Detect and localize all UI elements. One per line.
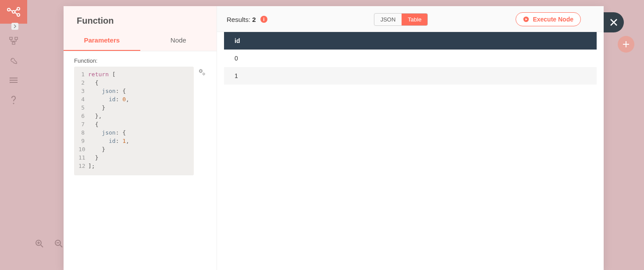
line-number: 12 [78,162,88,170]
code-line: 7 { [78,120,189,128]
line-number: 8 [78,128,88,137]
chevron-right-icon [13,25,17,28]
code-line: 3 json: { [78,87,189,95]
results-table: id 01 [224,32,597,85]
credentials-icon[interactable] [10,57,18,65]
function-field-label: Function: [74,57,206,64]
node-title: Function [64,6,217,31]
tab-parameters[interactable]: Parameters [64,31,140,51]
code-line: 6 }, [78,112,189,120]
code-content: json: { [88,128,126,137]
code-content: } [88,145,105,153]
svg-point-14 [199,70,202,72]
code-line: 2 { [78,78,189,87]
svg-point-10 [10,82,11,83]
line-number: 9 [78,137,88,145]
line-number: 2 [78,78,88,87]
line-number: 4 [78,95,88,103]
help-icon[interactable] [11,96,17,104]
right-panel: Results: 2 i JSON Table Execute Node id … [217,6,604,270]
results-label-text: Results: [227,16,252,23]
code-content: json: { [88,87,126,95]
code-line: 12]; [78,162,189,170]
code-content: ]; [88,162,95,170]
table-header-id: id [224,32,597,50]
code-line: 1return [ [78,70,189,78]
gears-icon [198,68,206,76]
svg-rect-4 [10,37,12,39]
view-toggle-json[interactable]: JSON [374,14,402,25]
execute-node-label: Execute Node [533,16,573,23]
line-number: 6 [78,112,88,120]
zoom-out-icon[interactable] [54,239,63,248]
n8n-logo-icon [7,7,20,17]
svg-point-11 [13,103,14,104]
svg-point-2 [17,7,20,10]
app-logo [0,0,27,24]
code-line: 5 } [78,103,189,112]
svg-rect-5 [15,37,18,39]
svg-rect-6 [12,42,15,44]
line-number: 1 [78,70,88,78]
field-options-button[interactable] [198,67,206,78]
view-toggle: JSON Table [374,13,428,26]
svg-point-8 [10,78,11,79]
svg-point-7 [11,59,12,60]
code-content: } [88,103,105,112]
code-line: 11 } [78,153,189,162]
line-number: 3 [78,87,88,95]
app-sidebar [0,0,27,270]
executions-icon[interactable] [10,77,18,83]
plus-icon [623,41,630,48]
left-panel: Function Parameters Node Function: 1retu… [64,6,217,270]
svg-point-15 [203,73,205,75]
table-row: 1 [224,67,597,85]
left-tabs: Parameters Node [64,31,217,51]
function-code-editor[interactable]: 1return [2 {3 json: {4 id: 0,5 }6 },7 {8… [74,67,194,175]
code-line: 9 id: 1, [78,137,189,145]
code-line: 10 } [78,145,189,153]
left-body: Function: 1return [2 {3 json: {4 id: 0,5… [64,51,217,270]
code-line: 8 json: { [78,128,189,137]
sidebar-expand-button[interactable] [11,23,18,30]
table-row: 0 [224,50,597,67]
node-detail-modal: Function Parameters Node Function: 1retu… [64,6,604,270]
workflows-icon[interactable] [9,37,18,45]
execute-node-button[interactable]: Execute Node [516,12,581,26]
results-topbar: Results: 2 i JSON Table Execute Node [217,6,604,32]
line-number: 11 [78,153,88,162]
line-number: 10 [78,145,88,153]
close-icon [610,18,618,26]
code-content: id: 0, [88,95,129,103]
code-line: 4 id: 0, [78,95,189,103]
code-content: { [88,120,98,128]
results-count: 2 [252,16,256,23]
code-content: } [88,153,98,162]
view-toggle-table[interactable]: Table [402,14,427,25]
line-number: 5 [78,103,88,112]
code-content: return [ [88,70,116,78]
tab-node[interactable]: Node [140,31,217,51]
close-button[interactable] [604,12,624,32]
line-number: 7 [78,120,88,128]
svg-point-1 [12,11,15,13]
code-content: id: 1, [88,137,129,145]
add-node-button[interactable] [618,36,634,53]
zoom-controls [35,239,63,248]
results-label: Results: 2 [227,16,256,23]
play-circle-icon [523,16,529,22]
info-icon[interactable]: i [260,16,267,23]
code-content: }, [88,112,102,120]
svg-point-0 [7,8,10,11]
zoom-in-icon[interactable] [35,239,44,248]
svg-point-9 [10,80,11,81]
code-content: { [88,78,98,87]
svg-point-3 [17,14,20,16]
